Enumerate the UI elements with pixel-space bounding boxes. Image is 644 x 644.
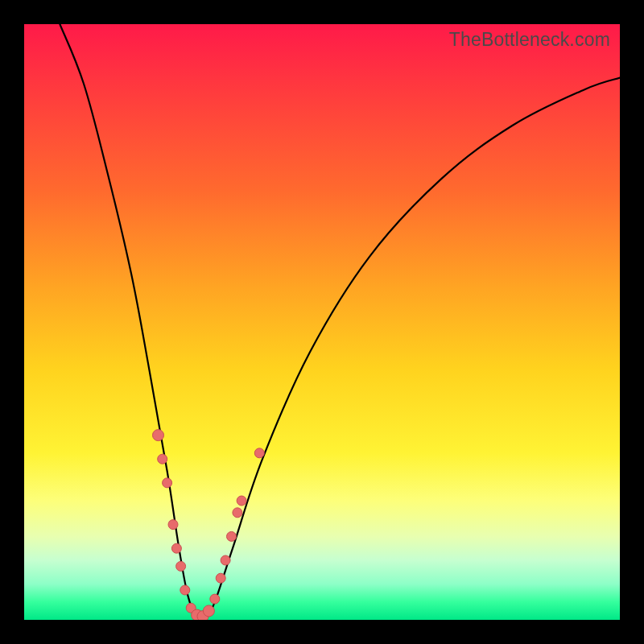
data-point: [221, 555, 230, 565]
data-point: [233, 508, 242, 518]
data-point: [171, 543, 181, 553]
data-point: [203, 605, 214, 617]
data-points: [153, 430, 265, 620]
chart-frame: TheBottleneck.com: [0, 0, 644, 644]
data-point: [227, 531, 237, 541]
data-point: [210, 594, 220, 604]
data-point: [237, 496, 246, 506]
bottleneck-curve: [60, 24, 620, 619]
data-point: [158, 454, 167, 464]
data-point: [180, 585, 190, 595]
plot-area: TheBottleneck.com: [24, 24, 620, 620]
data-point: [216, 573, 225, 583]
curve-svg: [24, 24, 620, 620]
data-point: [168, 520, 178, 530]
data-point: [254, 448, 264, 458]
data-point: [176, 561, 186, 571]
data-point: [153, 430, 164, 441]
data-point: [163, 478, 172, 488]
